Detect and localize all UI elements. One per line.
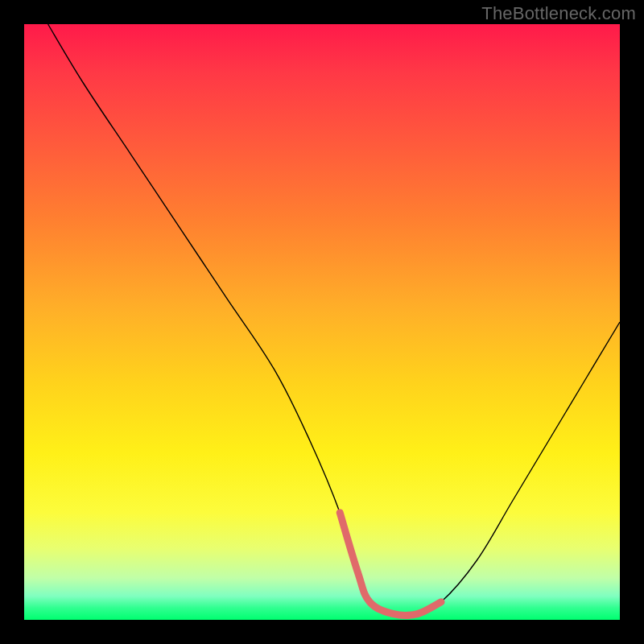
optimal-range-highlight — [340, 513, 441, 616]
watermark-text: TheBottleneck.com — [481, 3, 636, 24]
bottleneck-chart — [24, 24, 620, 620]
bottleneck-curve — [48, 24, 620, 616]
